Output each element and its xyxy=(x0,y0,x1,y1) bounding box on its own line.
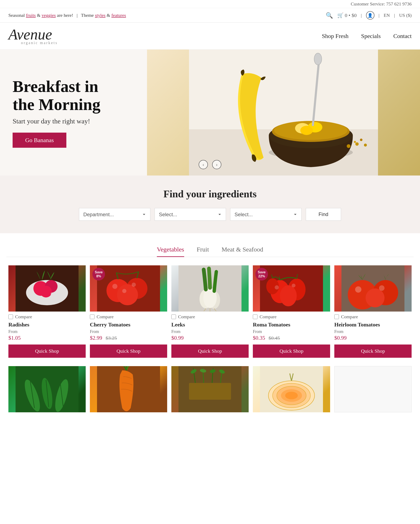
customer-service-text: Customer Service: 757 621 9736 xyxy=(351,1,411,7)
main-header: Avenue organic markets Shop Fresh Specia… xyxy=(0,23,420,50)
product-card-zucchini xyxy=(6,366,88,412)
styles-link[interactable]: styles xyxy=(95,13,105,18)
nav-shop-fresh[interactable]: Shop Fresh xyxy=(322,33,349,39)
compare-row-cherry: Compare xyxy=(90,314,167,320)
svg-point-14 xyxy=(354,141,356,143)
logo-subtitle: organic markets xyxy=(21,41,58,45)
product-from-cherry: From xyxy=(90,329,167,334)
tab-fruit[interactable]: Fruit xyxy=(197,246,209,257)
compare-checkbox-cherry[interactable] xyxy=(90,314,95,319)
nav-specials[interactable]: Specials xyxy=(361,33,381,39)
compare-checkbox-radishes[interactable] xyxy=(9,314,13,319)
save-badge-cherry-tomatoes: Save 8% xyxy=(92,268,105,280)
divider3: | xyxy=(394,13,395,18)
hero-cta-button[interactable]: Go Bananas xyxy=(13,132,66,148)
logo[interactable]: Avenue organic markets xyxy=(9,27,58,45)
hero-prev-button[interactable]: ‹ xyxy=(199,160,208,169)
product-from-heirloom: From xyxy=(334,329,411,334)
logo-text: Avenue xyxy=(9,27,58,42)
compare-row-roma: Compare xyxy=(253,314,330,320)
find-controls: Department... Select... Select... Find xyxy=(13,208,407,221)
find-button[interactable]: Find xyxy=(306,208,341,221)
compare-row-radishes: Compare xyxy=(9,314,86,320)
subcategory-select[interactable]: Select... xyxy=(230,208,302,221)
compare-checkbox-leeks[interactable] xyxy=(171,314,176,319)
product-grid: Compare Radishes From $1.05 Quick Shop S… xyxy=(6,265,414,364)
hero-text: Breakfast in the Morning Start your day … xyxy=(13,78,118,148)
product-image-misc xyxy=(171,366,249,412)
hero-image xyxy=(147,50,420,175)
product-price-cherry: $2.99 $3.25 xyxy=(90,335,167,341)
products-section: Vegetables Fruit Meat & Seafood xyxy=(0,233,420,421)
category-select[interactable]: Select... xyxy=(155,208,226,221)
product-price-leeks: $0.99 xyxy=(171,335,249,341)
quick-shop-leeks[interactable]: Quick Shop xyxy=(171,344,249,358)
product-image-carrot xyxy=(90,366,167,412)
svg-point-26 xyxy=(112,284,117,289)
product-card-carrot xyxy=(88,366,169,412)
find-section: Find your ingredients Department... Sele… xyxy=(0,175,420,233)
header-utilities: 🔍 🛒 0 • $0 | 👤 | EN | US ($) xyxy=(326,11,411,19)
svg-point-12 xyxy=(355,142,359,146)
svg-point-11 xyxy=(314,53,322,65)
product-image-zucchini xyxy=(9,366,86,412)
product-card-onion xyxy=(251,366,332,412)
hero-arrows: ‹ › xyxy=(199,160,221,169)
hero-title: Breakfast in the Morning xyxy=(13,78,118,114)
product-grid-row2 xyxy=(6,366,414,412)
announcement-after: are here! xyxy=(57,13,73,18)
svg-point-66 xyxy=(285,392,298,399)
product-tabs: Vegetables Fruit Meat & Seafood xyxy=(6,246,414,257)
language-select[interactable]: EN xyxy=(384,13,390,18)
quick-shop-heirloom[interactable]: Quick Shop xyxy=(334,344,411,358)
hero-subtitle: Start your day the right way! xyxy=(13,117,118,125)
quick-shop-cherry-tomatoes[interactable]: Quick Shop xyxy=(90,344,167,358)
product-image-cherry-tomatoes: Save 8% xyxy=(90,265,167,312)
svg-point-38 xyxy=(275,285,279,289)
quick-shop-radishes[interactable]: Quick Shop xyxy=(9,344,86,358)
announcement-bar: Seasonal fruits & veggies are here! | Th… xyxy=(0,8,420,23)
fruits-link[interactable]: fruits xyxy=(26,13,36,18)
compare-label-heirloom: Compare xyxy=(341,314,358,320)
save-badge-roma: Save 22% xyxy=(255,268,268,280)
customer-service-bar: Customer Service: 757 621 9736 xyxy=(0,0,420,8)
currency-select[interactable]: US ($) xyxy=(399,13,411,18)
tab-meat-seafood[interactable]: Meat & Seafood xyxy=(222,246,263,257)
svg-point-39 xyxy=(292,284,296,288)
svg-point-15 xyxy=(364,144,367,147)
product-card-heirloom: Compare Heirloom Tomatoes From $0.99 Qui… xyxy=(332,265,414,364)
product-card-leeks: Compare Leeks From $0.99 Quick Shop xyxy=(169,265,251,364)
product-name-leeks: Leeks xyxy=(171,322,249,328)
divider2: | xyxy=(379,13,379,18)
product-image-radishes xyxy=(9,265,86,312)
product-card-radishes: Compare Radishes From $1.05 Quick Shop xyxy=(6,265,88,364)
account-icon[interactable]: 👤 xyxy=(366,11,375,19)
hero-section: Breakfast in the Morning Start your day … xyxy=(0,50,420,175)
product-image-blank xyxy=(334,366,411,412)
svg-point-28 xyxy=(122,289,126,293)
svg-point-36 xyxy=(280,285,297,306)
theme-text: Theme xyxy=(81,13,95,18)
svg-rect-56 xyxy=(189,383,231,400)
product-name-heirloom: Heirloom Tomatoes xyxy=(334,322,411,328)
nav-contact[interactable]: Contact xyxy=(393,33,411,39)
svg-point-45 xyxy=(355,286,361,293)
tab-vegetables[interactable]: Vegetables xyxy=(157,246,184,257)
veggies-link[interactable]: veggies xyxy=(42,13,56,18)
department-select[interactable]: Department... xyxy=(79,208,150,221)
product-name-radishes: Radishes xyxy=(9,322,86,328)
cart-icon-wrap[interactable]: 🛒 0 • $0 xyxy=(337,12,357,18)
svg-point-21 xyxy=(40,286,52,297)
hero-food-visual xyxy=(147,50,420,175)
compare-checkbox-heirloom[interactable] xyxy=(334,314,339,319)
product-card-roma-tomatoes: Save 22% xyxy=(251,265,332,364)
product-price-heirloom: $0.99 xyxy=(334,335,411,341)
features-link[interactable]: features xyxy=(111,13,126,18)
compare-checkbox-roma[interactable] xyxy=(253,314,257,319)
quick-shop-roma-tomatoes[interactable]: Quick Shop xyxy=(253,344,330,358)
search-icon[interactable]: 🔍 xyxy=(326,12,333,19)
hero-next-button[interactable]: › xyxy=(212,160,221,169)
announcement-text: Seasonal fruits & veggies are here! | Th… xyxy=(9,13,126,18)
cart-price: $0 xyxy=(351,13,357,18)
svg-point-13 xyxy=(360,139,362,141)
